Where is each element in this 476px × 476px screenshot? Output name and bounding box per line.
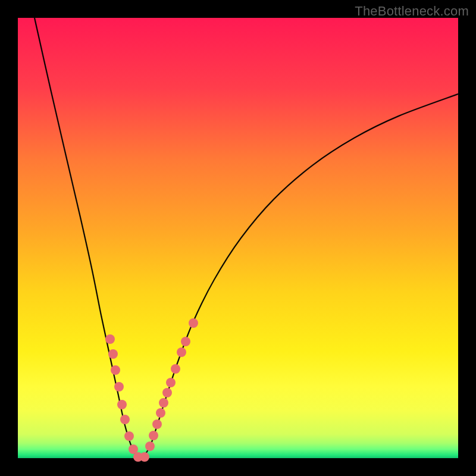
bottleneck-curve — [35, 18, 458, 458]
curve-layer — [18, 18, 458, 458]
data-dot — [189, 318, 198, 328]
bottleneck-curve-halo — [35, 18, 458, 458]
data-dot — [111, 365, 120, 375]
data-dot — [117, 400, 127, 409]
data-dot — [162, 388, 172, 397]
data-dot — [105, 334, 115, 344]
watermark-label: TheBottleneck.com — [355, 4, 469, 19]
data-dot — [140, 452, 149, 462]
data-dot — [145, 441, 155, 451]
data-dot — [156, 408, 165, 418]
data-dot — [152, 419, 162, 429]
data-dot — [159, 398, 168, 408]
data-dot — [120, 415, 130, 424]
data-dot — [149, 431, 158, 440]
data-dot — [114, 382, 124, 392]
data-dot — [108, 349, 118, 359]
data-dot — [181, 337, 190, 346]
data-dot — [124, 431, 134, 441]
data-dot — [166, 378, 176, 387]
data-dot — [177, 347, 186, 357]
figure-root: TheBottleneck.com — [0, 0, 476, 476]
plot-area — [18, 18, 458, 458]
data-dot — [171, 364, 180, 374]
